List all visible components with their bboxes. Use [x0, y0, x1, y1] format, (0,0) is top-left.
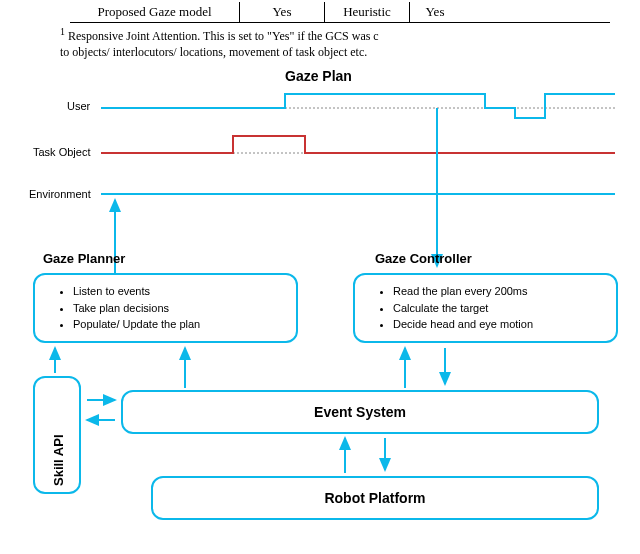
robot-platform-box: Robot Platform [151, 476, 599, 520]
gaze-planner-box: Listen to events Take plan decisions Pop… [33, 273, 298, 343]
label-user: User [67, 100, 90, 112]
label-environment: Environment [29, 188, 91, 200]
label-task-object: Task Object [33, 146, 90, 158]
robot-platform-label: Robot Platform [324, 490, 425, 506]
architecture-diagram: Gaze Plan User Task Object Environment [5, 68, 635, 548]
controller-item: Decide head and eye motion [393, 316, 604, 333]
controller-item: Read the plan every 200ms [393, 283, 604, 300]
gaze-plan-title: Gaze Plan [285, 68, 352, 84]
gaze-controller-label: Gaze Controller [375, 251, 472, 266]
table-footnote: 1 Responsive Joint Attention. This is se… [0, 23, 640, 60]
cell-col2: Yes [240, 2, 325, 22]
cell-col4: Yes [410, 2, 460, 22]
footnote-text-2: to objects/ interlocutors/ locations, mo… [60, 45, 367, 59]
planner-item: Take plan decisions [73, 300, 284, 317]
gaze-controller-box: Read the plan every 200ms Calculate the … [353, 273, 618, 343]
table-fragment: Proposed Gaze model Yes Heuristic Yes [0, 0, 640, 23]
gaze-planner-label: Gaze Planner [43, 251, 125, 266]
skill-api-label: Skill API [51, 434, 66, 486]
event-system-label: Event System [314, 404, 406, 420]
planner-item: Populate/ Update the plan [73, 316, 284, 333]
event-system-box: Event System [121, 390, 599, 434]
cell-model-name: Proposed Gaze model [70, 2, 240, 22]
table-row: Proposed Gaze model Yes Heuristic Yes [70, 2, 610, 23]
cell-col3: Heuristic [325, 2, 410, 22]
controller-item: Calculate the target [393, 300, 604, 317]
footnote-text-1: Responsive Joint Attention. This is set … [65, 29, 379, 43]
planner-item: Listen to events [73, 283, 284, 300]
